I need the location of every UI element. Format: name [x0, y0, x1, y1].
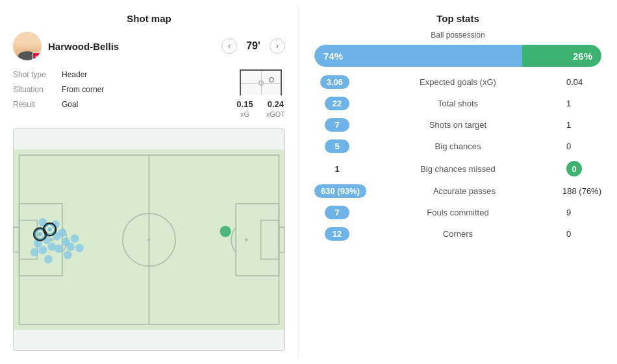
goal-diagram: 0.15 xG 0.24 xGOT	[236, 69, 285, 118]
situation-value: From corner	[62, 84, 236, 95]
stat-row-1: 22 Total shots 1	[314, 95, 601, 112]
stat-label-3: Big chances	[353, 141, 562, 151]
minute-label: 79'	[244, 40, 263, 52]
stat-left-2: 7	[325, 118, 349, 132]
stat-label-1: Total shots	[353, 99, 562, 108]
possession-right: 26%	[522, 45, 601, 67]
stat-left-0: 3.06	[320, 75, 349, 89]
prev-button[interactable]: ‹	[221, 38, 237, 54]
shot-type-label: Shot type	[13, 69, 62, 80]
next-button[interactable]: ›	[270, 38, 285, 54]
stat-row-3: 5 Big chances 0	[314, 138, 601, 155]
svg-point-14	[38, 232, 42, 236]
xg-value: 0.15	[236, 99, 253, 109]
stat-label-4: Big chances missed	[353, 164, 562, 174]
shot-type-value: Header	[62, 69, 236, 80]
svg-point-4	[147, 238, 150, 241]
stat-left-3: 5	[325, 140, 349, 153]
stat-label-6: Fouls committed	[353, 208, 562, 217]
result-value: Goal	[62, 99, 236, 110]
xg-item: 0.15 xG	[236, 99, 253, 118]
svg-point-16	[47, 227, 51, 231]
stat-left-4: 1	[325, 162, 349, 176]
xgot-value: 0.24	[268, 99, 284, 109]
goal-net	[240, 69, 282, 95]
stat-right-3: 0	[566, 141, 571, 151]
stat-row-0: 3.06 Expected goals (xG) 0.04	[314, 73, 601, 91]
stat-label-7: Corners	[353, 229, 562, 239]
stat-left-5: 630 (93%)	[314, 184, 366, 198]
stat-right-7: 0	[566, 229, 571, 239]
xgot-label: xGOT	[266, 110, 285, 118]
shot-map-title: Shot map	[13, 13, 285, 24]
stat-row-2: 7 Shots on target 1	[314, 116, 601, 134]
stat-label-5: Accurate passes	[370, 186, 559, 196]
stat-right-5: 188 (76%)	[562, 186, 601, 196]
shot-info-row: Shot type Situation Result Header From c…	[13, 69, 285, 118]
stat-label-0: Expected goals (xG)	[353, 77, 562, 87]
stat-row-4: 1 Big chances missed 0	[314, 159, 601, 178]
pitch	[13, 128, 285, 351]
svg-point-33	[220, 226, 231, 237]
situation-label: Situation	[13, 84, 62, 95]
stat-left-6: 7	[325, 206, 349, 219]
xg-label: xG	[240, 110, 249, 118]
stat-row-6: 7 Fouls committed 9	[314, 204, 601, 221]
possession-left: 74%	[314, 45, 522, 67]
possession-label: Ball possession	[314, 30, 601, 40]
stat-right-2: 1	[566, 120, 571, 130]
stat-row-7: 12 Corners 0	[314, 225, 601, 243]
svg-point-28	[44, 255, 53, 263]
stat-left-1: 22	[325, 97, 349, 110]
stat-label-2: Shots on target	[353, 120, 562, 130]
svg-point-24	[55, 245, 63, 253]
stat-right-0: 0.04	[566, 77, 583, 87]
flag-badge	[32, 53, 42, 59]
shot-labels: Shot type Situation Result	[13, 69, 62, 110]
avatar	[13, 32, 42, 60]
top-stats-title: Top stats	[314, 13, 601, 24]
svg-point-27	[75, 244, 84, 252]
right-panel: Top stats Ball possession 74% 26% 3.06 E…	[299, 6, 617, 358]
player-row: Harwood-Bellis ‹ 79' ›	[13, 32, 285, 60]
svg-point-30	[64, 251, 72, 260]
xgot-item: 0.24 xGOT	[266, 99, 285, 118]
svg-point-26	[71, 234, 79, 243]
player-name: Harwood-Bellis	[48, 41, 215, 52]
svg-point-25	[66, 243, 75, 251]
svg-point-12	[245, 238, 247, 241]
stat-right-1: 1	[566, 99, 571, 108]
svg-point-29	[31, 248, 39, 256]
shot-values: Header From corner Goal	[62, 69, 236, 110]
possession-bar: 74% 26%	[314, 45, 601, 67]
stat-right-6: 9	[566, 208, 571, 217]
stat-row-5: 630 (93%) Accurate passes 188 (76%)	[314, 182, 601, 200]
stat-left-7: 12	[325, 227, 349, 241]
xg-row: 0.15 xG 0.24 xGOT	[236, 99, 285, 118]
svg-point-22	[58, 228, 66, 237]
svg-point-21	[38, 246, 47, 254]
stat-right-4: 0	[566, 161, 582, 176]
result-label: Result	[13, 99, 62, 110]
